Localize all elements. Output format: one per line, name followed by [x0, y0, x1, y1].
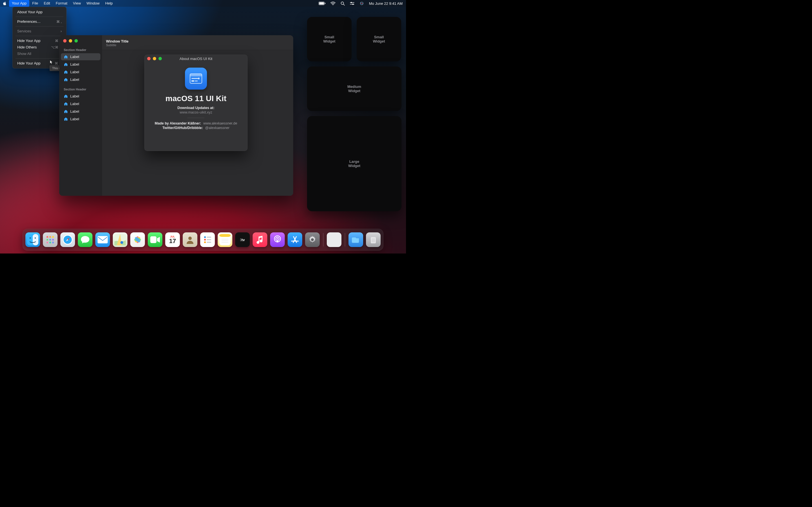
sidebar-item[interactable]: Label [61, 76, 100, 83]
dock-systempreferences[interactable] [305, 232, 320, 247]
close-button[interactable] [63, 39, 66, 43]
widget-label: Large Widget [348, 159, 360, 168]
svg-line-5 [343, 4, 345, 5]
sidebar-item-label: Label [70, 117, 79, 121]
app-icon [185, 68, 207, 90]
large-widget[interactable]: Large Widget [307, 116, 402, 211]
svg-rect-13 [190, 74, 202, 76]
about-titlebar[interactable]: About macOS UI Kit [144, 55, 248, 62]
menu-hide-others[interactable]: Hide Others⌥⌘ H [14, 44, 64, 50]
svg-rect-43 [207, 237, 211, 238]
svg-rect-25 [47, 239, 48, 240]
house-icon [64, 94, 68, 98]
sidebar-item[interactable]: Label [61, 93, 100, 100]
sidebar-item[interactable]: Label [61, 68, 100, 75]
widget-label: Medium Widget [347, 84, 361, 93]
wifi-icon[interactable] [331, 2, 336, 5]
house-icon [64, 70, 68, 74]
dock-music[interactable] [253, 232, 267, 247]
menu-about-label: About Your App [17, 10, 43, 14]
sidebar-item[interactable]: Label [61, 100, 100, 107]
svg-rect-33 [98, 236, 108, 243]
chevron-right-icon: › [61, 29, 62, 33]
calendar-day: 17 [169, 238, 176, 244]
menu-file[interactable]: File [29, 0, 41, 7]
menu-show-all[interactable]: Show All [14, 50, 64, 57]
menu-format[interactable]: Format [53, 0, 70, 7]
medium-widget[interactable]: Medium Widget [307, 66, 402, 111]
menu-services[interactable]: Services› [14, 28, 64, 34]
control-center-icon[interactable] [350, 1, 354, 5]
dock-trash[interactable] [366, 232, 380, 247]
small-widget[interactable]: Small Widget [307, 17, 352, 61]
dock-appstore[interactable] [288, 232, 302, 247]
menu-show-all-label: Show All [17, 52, 31, 56]
dock-contacts[interactable] [183, 232, 197, 247]
svg-point-7 [351, 2, 352, 3]
window-title: Window Title [106, 39, 289, 43]
svg-point-59 [311, 238, 314, 241]
about-author-url[interactable]: www.alexkaessner.de [203, 121, 237, 125]
dock-safari[interactable] [60, 232, 75, 247]
dock-maps[interactable] [113, 232, 128, 247]
zoom-button[interactable] [74, 39, 78, 43]
sidebar-item[interactable]: Label [61, 53, 100, 60]
menu-hide-app[interactable]: Hide Your App⌘ H [14, 38, 64, 44]
sidebar-item[interactable]: Label [61, 108, 100, 115]
about-download-url[interactable]: www.macos-uikit.xyz [180, 110, 212, 114]
menu-separator [15, 58, 63, 59]
dock-messages[interactable] [78, 232, 93, 247]
titlebar[interactable]: Window Title Subtitle [102, 35, 293, 50]
sidebar-item[interactable]: Label [61, 61, 100, 68]
menu-help[interactable]: Help [102, 0, 116, 7]
menu-window[interactable]: Window [84, 0, 102, 7]
svg-rect-1 [319, 2, 324, 4]
svg-point-20 [30, 237, 31, 238]
siri-icon[interactable] [359, 1, 364, 6]
svg-rect-24 [52, 236, 54, 238]
dock-reminders[interactable] [200, 232, 215, 247]
small-widget[interactable]: Small Widget [357, 17, 401, 61]
menu-quit-label: Hide Your App [17, 61, 40, 65]
svg-rect-47 [207, 242, 211, 243]
spotlight-icon[interactable] [341, 1, 345, 6]
menu-edit[interactable]: Edit [41, 0, 53, 7]
svg-point-55 [277, 238, 278, 239]
battery-icon[interactable] [319, 2, 325, 5]
minimize-button[interactable] [69, 39, 72, 43]
menu-view[interactable]: View [70, 0, 84, 7]
app-menu-dropdown: About Your App Preferences…⌘ , Services›… [12, 7, 66, 68]
dock-downloads[interactable] [349, 232, 363, 247]
dock-mail[interactable] [95, 232, 110, 247]
dock-launchpad[interactable] [43, 232, 57, 247]
about-author-label: Made by Alexander Käßner: [155, 121, 201, 125]
dock-recent-app[interactable] [327, 232, 342, 247]
house-icon [64, 117, 68, 121]
dock-calendar[interactable]: JUL17 [165, 232, 180, 247]
dock-facetime[interactable] [148, 232, 162, 247]
svg-point-3 [333, 4, 333, 5]
menu-services-label: Services [17, 29, 31, 33]
dock-notes[interactable] [218, 232, 232, 247]
sidebar-item[interactable]: Label [61, 115, 100, 122]
dock-podcasts[interactable] [270, 232, 285, 247]
dock-appletv[interactable]: tv [235, 232, 250, 247]
menu-preferences[interactable]: Preferences…⌘ , [14, 18, 64, 25]
svg-rect-30 [52, 242, 54, 243]
about-social-handle[interactable]: @alexkaessner [205, 126, 230, 130]
menubar: Your App File Edit Format View Window He… [0, 0, 406, 7]
apple-menu-icon[interactable] [3, 1, 9, 5]
menu-your-app[interactable]: Your App [9, 0, 29, 7]
svg-rect-16 [192, 80, 194, 82]
svg-point-41 [188, 237, 192, 240]
svg-point-9 [352, 4, 354, 5]
sidebar-item-label: Label [70, 102, 79, 106]
dock-photos[interactable] [130, 232, 145, 247]
menubar-clock[interactable]: Mo June 22 9:41 AM [369, 1, 403, 6]
svg-rect-2 [325, 3, 325, 4]
dock-finder[interactable] [26, 232, 40, 247]
menu-about-app[interactable]: About Your App [14, 9, 64, 15]
about-window-title: About macOS UI Kit [144, 57, 248, 61]
svg-point-21 [35, 237, 36, 238]
menu-hide-others-label: Hide Others [17, 45, 37, 49]
